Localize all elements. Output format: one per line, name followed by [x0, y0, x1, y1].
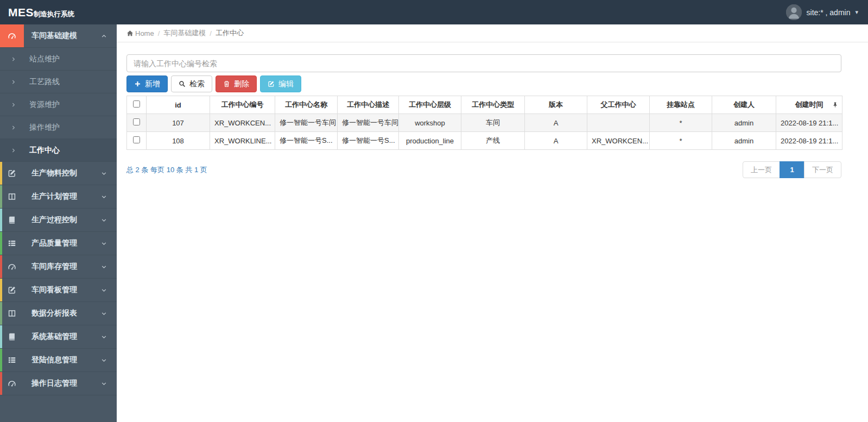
- button-label: 检索: [189, 79, 205, 89]
- table-cell: XR_WORKCEN...: [210, 114, 275, 132]
- column-header-label: 版本: [549, 100, 563, 109]
- breadcrumb-item-current: 工作中心: [216, 28, 244, 38]
- avatar: [786, 4, 802, 20]
- sidebar-item[interactable]: 生产过程控制: [0, 209, 117, 232]
- sidebar-item[interactable]: 车间看板管理: [0, 279, 117, 302]
- book-icon: [8, 216, 16, 224]
- table-cell: admin: [712, 114, 776, 132]
- column-header: 工作中心名称: [275, 96, 338, 114]
- table-cell: 修一智能一号S...: [338, 132, 399, 150]
- delete-button[interactable]: 删除: [216, 75, 257, 92]
- dashboard-icon: [8, 262, 16, 271]
- chevron-down-icon: [101, 194, 107, 200]
- prev-page-button[interactable]: 上一页: [743, 161, 780, 178]
- row-checkbox[interactable]: [133, 118, 140, 125]
- breadcrumb-home[interactable]: Home: [135, 29, 154, 37]
- chevron-down-icon: [101, 287, 107, 293]
- add-button[interactable]: 新增: [126, 75, 168, 92]
- sidebar-subitem[interactable]: 站点维护: [0, 48, 117, 71]
- toolbar: 新增检索删除编辑: [126, 75, 851, 92]
- button-label: 删除: [234, 79, 249, 89]
- sidebar-subitem[interactable]: 资源维护: [0, 93, 117, 116]
- sidebar-item-label: 车间看板管理: [31, 285, 101, 295]
- breadcrumb-item-module[interactable]: 车间基础建模: [163, 28, 206, 38]
- chevron-down-icon: [101, 241, 107, 247]
- button-label: 编辑: [278, 79, 294, 89]
- column-header: 工作中心描述: [338, 96, 399, 114]
- sidebar-subitem[interactable]: 操作维护: [0, 116, 117, 139]
- chevron-right-icon: [11, 148, 16, 153]
- column-header-label: 工作中心名称: [285, 100, 327, 109]
- table-cell: A: [525, 132, 587, 150]
- pagination: 上一页 1 下一页: [743, 161, 841, 178]
- columns-icon: [8, 192, 16, 201]
- column-header-label: 工作中心编号: [221, 100, 264, 109]
- table-cell: 车间: [461, 114, 525, 132]
- user-menu[interactable]: site:* , admin ▾: [786, 4, 868, 20]
- work-center-table: id工作中心编号工作中心名称工作中心描述工作中心层级工作中心类型版本父工作中心挂…: [126, 96, 842, 150]
- sidebar-item-active-parent[interactable]: 车间基础建模: [0, 24, 117, 48]
- sidebar-item-label: 系统基础管理: [31, 332, 101, 342]
- table-row[interactable]: 108XR_WORKLINE...修一智能一号S...修一智能一号S...pro…: [127, 132, 842, 150]
- edit-button[interactable]: 编辑: [260, 75, 301, 92]
- sidebar-item[interactable]: 生产计划管理: [0, 185, 117, 209]
- column-header: id: [147, 96, 210, 114]
- table-cell: workshop: [399, 114, 461, 132]
- button-label: 新增: [145, 79, 160, 89]
- sidebar-item[interactable]: 系统基础管理: [0, 325, 117, 349]
- row-checkbox[interactable]: [133, 136, 140, 143]
- main-area: Home / 车间基础建模 / 工作中心 新增检索删除编辑 id工作中心编号工作…: [117, 24, 868, 422]
- sidebar-item-label: 数据分析报表: [31, 308, 101, 318]
- sidebar-item[interactable]: 生产物料控制: [0, 162, 117, 185]
- search-input[interactable]: [126, 54, 841, 72]
- sidebar-item[interactable]: 数据分析报表: [0, 302, 117, 325]
- sidebar-item[interactable]: 登陆信息管理: [0, 349, 117, 372]
- chevron-down-icon: [101, 217, 107, 223]
- sidebar-item-label: 生产计划管理: [31, 192, 101, 201]
- sidebar-subitem-label: 工艺路线: [29, 77, 60, 87]
- table-row[interactable]: 107XR_WORKCEN...修一智能一号车间修一智能一号车间workshop…: [127, 114, 842, 132]
- sidebar-subitem[interactable]: 工艺路线: [0, 71, 117, 93]
- plus-icon: [134, 80, 141, 87]
- column-header: 工作中心类型: [461, 96, 525, 114]
- accent-strip: [0, 279, 2, 301]
- sidebar-item-label: 车间库存管理: [31, 262, 101, 272]
- table-cell: 2022-08-19 21:1...: [776, 132, 842, 150]
- app-logo: MES 制造执行系统: [0, 6, 74, 19]
- table-cell: XR_WORKCEN...: [587, 132, 650, 150]
- table-cell: A: [525, 114, 587, 132]
- breadcrumb: Home / 车间基础建模 / 工作中心: [117, 24, 868, 42]
- accent-strip: [0, 209, 2, 231]
- table-cell: [587, 114, 650, 132]
- search-button[interactable]: 检索: [171, 75, 212, 92]
- dashboard-icon: [8, 32, 16, 40]
- page-1-button[interactable]: 1: [780, 161, 804, 178]
- column-header: 版本: [525, 96, 587, 114]
- brand-sub: 制造执行系统: [34, 10, 74, 19]
- sidebar-item[interactable]: 车间库存管理: [0, 255, 117, 279]
- column-header-label: 工作中心类型: [472, 100, 514, 109]
- list-icon: [8, 239, 16, 248]
- row-select-cell: [127, 114, 147, 132]
- pin-icon[interactable]: [832, 102, 838, 108]
- accent-strip: [0, 302, 2, 325]
- column-header: 工作中心编号: [210, 96, 275, 114]
- caret-down-icon: ▾: [855, 9, 858, 16]
- edit-icon: [8, 169, 16, 178]
- sidebar-item[interactable]: 产品质量管理: [0, 232, 117, 255]
- column-header-label: id: [175, 101, 181, 109]
- sidebar-item-label: 生产过程控制: [31, 215, 101, 225]
- column-header-label: 创建人: [733, 100, 755, 109]
- table-cell: XR_WORKLINE...: [210, 132, 275, 150]
- list-icon: [8, 356, 16, 364]
- sidebar-subitem-active[interactable]: 工作中心: [0, 139, 117, 162]
- table-cell: admin: [712, 132, 776, 150]
- select-all-header: [127, 96, 147, 114]
- table-cell: 修一智能一号车间: [338, 114, 399, 132]
- select-all-checkbox[interactable]: [133, 100, 140, 108]
- sidebar-subitem-label: 站点维护: [29, 54, 60, 64]
- column-header: 工作中心层级: [399, 96, 461, 114]
- next-page-button[interactable]: 下一页: [804, 161, 841, 178]
- sidebar-item[interactable]: 操作日志管理: [0, 372, 117, 395]
- brand-main: MES: [8, 6, 34, 19]
